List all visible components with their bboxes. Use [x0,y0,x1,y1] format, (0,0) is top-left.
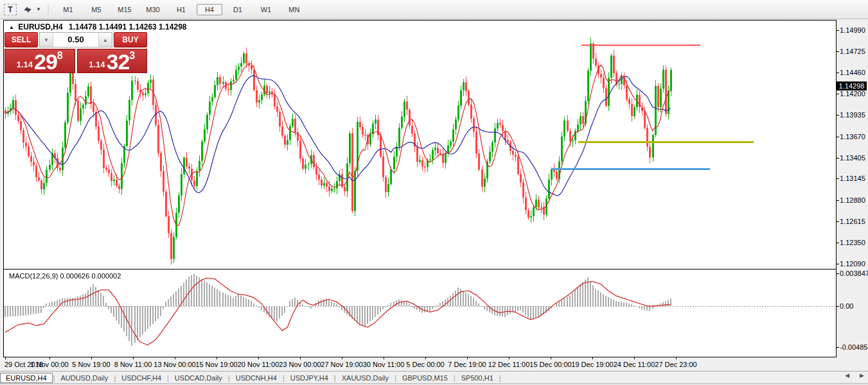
chart-symbol-label: EURUSD,H4 [18,22,62,31]
macd-canvas[interactable] [4,270,836,357]
time-tick-mark [384,357,384,359]
tab-separator: | [114,374,116,382]
price-tick-label: 1.13670 [840,133,865,141]
timeframe-button-mn[interactable]: MN [281,4,307,15]
time-tick-mark [133,357,134,359]
time-axis[interactable]: 29 Oct 20181 Nov 00:005 Nov 19:008 Nov 1… [3,357,837,370]
chart-tab-usdchf-h4[interactable]: USDCHF,H4 [116,373,166,382]
chart-tab-usdcnh-h4[interactable]: USDCNH,H4 [231,373,282,382]
price-tick-label: 1.13145 [840,175,865,182]
price-tick-mark [837,94,839,94]
time-tick-mark [91,357,92,359]
current-price-tag: 1.14298 [837,81,867,90]
price-tick-mark [837,30,839,31]
time-tick-mark [49,357,50,359]
time-tick-mark [592,357,593,359]
volume-box: ▼ 0.50 ▲ [39,32,112,47]
macd-tick-mark [837,273,839,274]
timeframe-button-m30[interactable]: M30 [140,4,166,15]
tab-separator: | [334,374,336,382]
buy-button[interactable]: BUY [114,32,147,47]
time-tick-label: 15 Nov 19:00 [195,361,237,368]
sell-price-prefix: 1.14 [17,58,33,71]
price-tick-label: 1.12350 [840,239,865,246]
buy-price-pip: 3 [129,51,135,61]
price-tick-mark [837,264,839,264]
timeframe-button-h4[interactable]: H4 [197,4,222,15]
price-tick-label: 1.12880 [840,196,865,204]
chart-tab-xauusd-daily[interactable]: XAUUSD,Daily [337,373,394,382]
time-tick-mark [217,357,217,359]
buy-price-prefix: 1.14 [89,58,105,71]
price-tick-mark [837,51,839,52]
price-tick-mark [837,178,839,179]
macd-tick-label: 0.003847 [840,270,868,277]
time-tick-mark [258,357,259,359]
arrow-objects-icon[interactable] [21,3,35,16]
time-tick-label: 24 Dec 11:00 [614,361,655,368]
toolbar-separator [48,4,49,15]
chart-title: ▲ EURUSD,H4 1.14478 1.14491 1.14263 1.14… [9,22,186,31]
tab-separator: | [228,374,230,382]
time-tick-mark [342,357,342,359]
symbol-marker-icon: ▲ [9,24,14,30]
time-tick-label: 1 Nov 00:00 [30,361,68,368]
timeframe-button-h1[interactable]: H1 [168,4,194,15]
chart-tab-audusd-daily[interactable]: AUDUSD,Daily [55,373,113,382]
time-tick-label: 20 Nov 11:00 [238,361,279,368]
diagonal-arrows-glyph [22,5,33,14]
timeframe-button-d1[interactable]: D1 [225,4,251,15]
sell-price-big: 29 [34,52,57,71]
chart-tab-bar: EURUSD,H4|AUDUSD,Daily|USDCHF,H4|USDCAD,… [0,371,868,384]
sell-button[interactable]: SELL [4,32,38,47]
chart-ohlc-values: 1.14478 1.14491 1.14263 1.14298 [69,22,187,31]
tab-separator: | [53,374,55,382]
chart-tab-usdcad-daily[interactable]: USDCAD,Daily [170,373,227,382]
timeframe-button-m5[interactable]: M5 [84,4,109,15]
time-tick-label: 12 Dec 11:00 [488,361,530,368]
time-tick-mark [551,357,551,359]
chart-tab-eurusd-h4[interactable]: EURUSD,H4 [0,373,53,383]
volume-decrease-button[interactable]: ▼ [40,33,53,47]
price-tick-mark [837,115,839,116]
timeframe-button-w1[interactable]: W1 [253,4,279,15]
chart-tab-gbpusd-m15[interactable]: GBPUSD,M15 [397,373,453,382]
sell-price-display[interactable]: 1.14 29 8 [4,49,75,73]
time-tick-mark [175,357,175,359]
timeframe-button-m15[interactable]: M15 [112,4,137,15]
sell-price-pip: 8 [57,51,63,61]
tab-scroll-right-icon[interactable]: ▶ [860,372,864,379]
timeframe-button-m1[interactable]: M1 [55,4,81,15]
tab-scroll-left-icon[interactable]: ◀ [845,372,849,379]
price-tick-mark [837,243,839,243]
time-tick-label: 7 Dec 19:00 [448,361,486,368]
time-tick-mark [676,357,677,359]
price-tick-mark [837,200,839,201]
chart-tab-usdjpy-h4[interactable]: USDJPY,H4 [285,373,333,382]
macd-label: MACD(12,26,9) 0.000626 0.000002 [9,272,121,280]
time-tick-label: 19 Dec 19:00 [571,361,613,368]
price-tick-label: 1.12090 [840,260,865,268]
price-tick-mark [837,137,839,137]
volume-increase-button[interactable]: ▲ [98,33,112,47]
time-tick-label: 5 Dec 00:00 [406,361,444,368]
price-tick-label: 1.13935 [840,111,865,119]
time-tick-label: 13 Nov 00:00 [154,361,195,368]
one-click-trading-panel: SELL ▼ 0.50 ▲ BUY 1.14 29 8 1.14 32 3 [4,32,147,73]
arrow-tool-dropdown-caret[interactable]: ▼ [36,6,41,12]
timeframe-bar: M1M5M15M30H1H4D1W1MN [54,4,308,15]
chart-tab-sp500-h1[interactable]: SP500,H1 [456,373,499,382]
time-tick-label: 27 Nov 19:00 [321,361,362,368]
time-tick-label: 15 Dec 00:00 [529,361,571,368]
tab-separator: | [394,374,396,382]
text-label-tool-icon[interactable]: T [4,4,17,15]
volume-input[interactable]: 0.50 [53,33,98,47]
time-tick-mark [509,357,509,359]
buy-price-big: 32 [107,52,130,71]
price-tick-label: 1.14990 [840,26,865,34]
macd-indicator-panel: MACD(12,26,9) 0.000626 0.000002 [3,269,837,357]
buy-price-display[interactable]: 1.14 32 3 [77,49,148,73]
time-tick-label: 30 Nov 11:00 [363,361,405,368]
price-tick-mark [837,73,839,73]
mt4-window: T ▼ M1M5M15M30H1H4D1W1MN ▲ EURUSD,H4 1.1… [0,0,868,385]
